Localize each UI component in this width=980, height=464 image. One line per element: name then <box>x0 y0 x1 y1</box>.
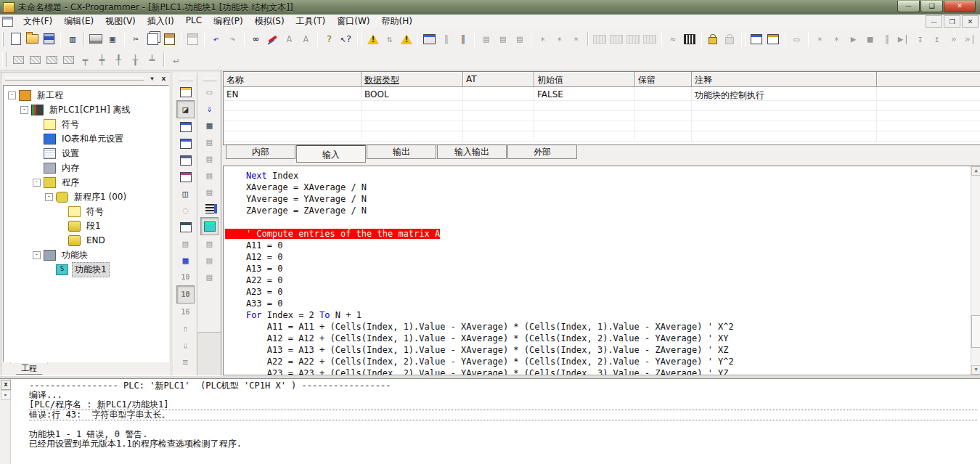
undo-button[interactable]: ↶ <box>208 31 224 47</box>
hex-calculator-button[interactable]: ▦ <box>177 252 194 269</box>
local-window-button[interactable] <box>177 152 194 168</box>
compile-all-programs-button[interactable] <box>398 31 415 47</box>
context-help-button[interactable]: ↖? <box>338 31 354 47</box>
menu-item-9[interactable]: 窗口(W) <box>331 14 375 29</box>
copy-button[interactable] <box>144 31 161 47</box>
tree-item-设置[interactable]: 设置 <box>4 146 168 160</box>
output-close-button[interactable]: x <box>1 380 11 390</box>
fb-io-grid-button[interactable]: ▦ <box>201 117 218 134</box>
new-instruction-button[interactable]: ┷ <box>144 52 160 68</box>
window-transfer-button[interactable] <box>765 31 782 47</box>
panel-pin-button[interactable]: ▾ <box>147 73 158 84</box>
tree-item-END[interactable]: END <box>4 233 168 248</box>
new-contact-or-button[interactable]: ┿ <box>94 52 110 68</box>
new-file-button[interactable] <box>7 31 24 47</box>
new-closed-coil-button[interactable]: ╁ <box>127 52 144 68</box>
find-button[interactable]: ∞ <box>248 31 264 47</box>
tree-expander[interactable]: - <box>8 91 16 99</box>
toolbar-grip[interactable] <box>203 78 217 81</box>
fb-instance-list-button[interactable] <box>201 200 218 217</box>
tree-item-符号[interactable]: 符号 <box>4 204 168 219</box>
download-fb-library-button[interactable]: ⇓ <box>201 100 218 117</box>
password-set-button[interactable] <box>705 31 722 47</box>
tree-item-段1[interactable]: 段1 <box>4 219 168 233</box>
child-window-icon[interactable] <box>2 17 13 27</box>
scroll-up-button[interactable]: ▲ <box>971 166 980 176</box>
panel-grip[interactable] <box>5 77 144 81</box>
tree-item-功能块[interactable]: -功能块 <box>4 248 168 262</box>
help-button[interactable]: ? <box>321 31 338 47</box>
scroll-down-button[interactable]: ▼ <box>971 365 980 375</box>
replace-tool-button[interactable] <box>264 31 281 47</box>
edit-mode-button[interactable]: ◪ <box>176 100 195 118</box>
tree-item-新程序1 (00)[interactable]: -新程序1 (00) <box>4 190 168 204</box>
menu-item-1[interactable]: 文件(F) <box>17 14 58 29</box>
new-contact-button[interactable] <box>27 52 44 68</box>
print-button[interactable] <box>88 31 105 47</box>
menu-item-10[interactable]: 帮助(H) <box>376 14 418 29</box>
menu-item-4[interactable]: 插入(I) <box>142 14 180 29</box>
data-trace-button[interactable] <box>682 31 698 47</box>
tree-item-符号[interactable]: 符号 <box>4 117 168 131</box>
column-header-注释[interactable]: 注释 <box>692 72 877 87</box>
tree-expander[interactable]: - <box>33 251 41 259</box>
close-button[interactable]: ✕ <box>944 1 976 12</box>
tree-item-程序[interactable]: -程序 <box>4 175 168 190</box>
new-horizontal-button[interactable]: ┯ <box>77 52 94 68</box>
compile-program-button[interactable] <box>364 31 381 47</box>
structured-text-editor[interactable]: Next Index XAverage = XAverage / N YAver… <box>223 166 980 375</box>
return-line-button[interactable]: ↵ <box>168 52 184 68</box>
child-close-button[interactable]: ✕ <box>962 15 979 28</box>
grid-window-button[interactable] <box>177 219 194 235</box>
fb-online-edit-button[interactable] <box>200 217 219 235</box>
menu-item-8[interactable]: 工具(T) <box>290 14 332 29</box>
save-file-button[interactable] <box>41 31 57 47</box>
table-row[interactable] <box>224 111 980 121</box>
minimize-button[interactable]: — <box>897 1 920 12</box>
column-header-AT[interactable]: AT <box>463 72 534 87</box>
table-row[interactable] <box>224 121 980 131</box>
tab-project[interactable]: 工程 <box>10 362 48 375</box>
cross-reference-button[interactable] <box>177 135 194 152</box>
tree-item-新工程[interactable]: -新工程 <box>4 88 168 102</box>
cut-button[interactable]: ✂ <box>128 31 144 47</box>
display-decimal-button[interactable]: 10 <box>176 285 195 304</box>
table-row[interactable] <box>224 131 980 142</box>
tree-expander[interactable]: - <box>45 193 53 201</box>
output-nav-button[interactable]: ▸ <box>1 390 11 400</box>
toolbar-grip[interactable] <box>2 52 7 67</box>
tree-item-功能块1[interactable]: S功能块1 <box>4 262 168 277</box>
column-header-名称[interactable]: 名称 <box>224 72 362 87</box>
editor-scrollbar[interactable]: ▲ ▼ <box>971 166 980 375</box>
tree-expander[interactable]: - <box>33 179 41 187</box>
tab-内部[interactable]: 内部 <box>226 145 295 159</box>
menu-item-3[interactable]: 视图(V) <box>99 14 142 29</box>
tree-item-IO表和单元设置[interactable]: IO表和单元设置 <box>4 131 168 146</box>
maximize-button[interactable]: ❑ <box>920 1 943 12</box>
pause-button[interactable]: ∥ <box>454 31 471 47</box>
view-report-button[interactable]: ▥ <box>64 31 81 47</box>
tree-item-新PLC1[CP1H] 离线[interactable]: -新PLC1[CP1H] 离线 <box>4 102 168 117</box>
tab-输出[interactable]: 输出 <box>367 145 436 159</box>
menu-item-2[interactable]: 编辑(E) <box>58 14 99 29</box>
open-file-button[interactable] <box>24 31 41 47</box>
column-header-保留[interactable]: 保留 <box>635 72 692 87</box>
child-restore-button[interactable]: ❒ <box>944 15 960 28</box>
tree-expander[interactable]: - <box>20 106 28 114</box>
child-minimize-button[interactable]: — <box>926 15 942 28</box>
new-coil-button[interactable] <box>60 52 77 68</box>
show-workspace-button[interactable] <box>177 84 194 100</box>
panel-close-button[interactable]: x <box>158 73 169 84</box>
toolbar-grip[interactable] <box>2 32 4 46</box>
new-closed-contact-button[interactable] <box>44 52 60 68</box>
watch-window-button[interactable] <box>177 118 194 135</box>
select-mode-button[interactable] <box>10 52 27 68</box>
properties-button[interactable] <box>177 168 194 185</box>
table-row[interactable]: ENBOOLFALSE功能块的控制执行 <box>224 87 980 101</box>
menu-item-7[interactable]: 模拟(S) <box>249 14 290 29</box>
tab-外部[interactable]: 外部 <box>507 145 577 159</box>
window-online-edit-button[interactable] <box>748 31 765 47</box>
column-header-初始值[interactable]: 初始值 <box>534 72 635 87</box>
menu-item-6[interactable]: 编程(P) <box>208 14 249 29</box>
column-header-数据类型[interactable]: 数据类型 <box>362 72 463 87</box>
